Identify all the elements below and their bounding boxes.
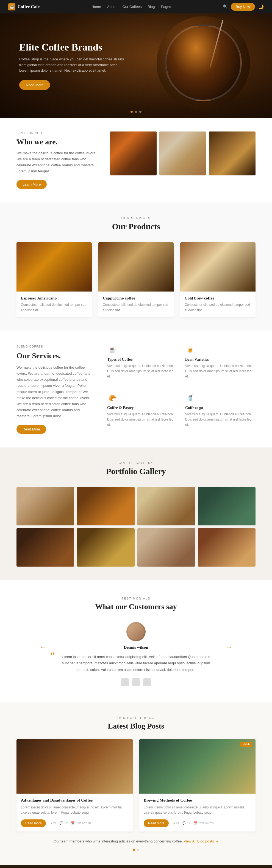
service-name-2: Bean Varieties [185, 358, 255, 362]
services-read-more-button[interactable]: Read More [17, 425, 46, 434]
products-section: OUR SERVICES Our Products Espresso Ameri… [0, 203, 272, 331]
who-images [110, 131, 255, 176]
products-label: OUR SERVICES [17, 216, 255, 220]
blog-date-2: 📅 02/11/2020 [194, 822, 213, 825]
facebook-icon[interactable]: f [121, 678, 129, 686]
who-section: BEST FOR YOU Who we are. We make the del… [0, 118, 272, 203]
gallery-section: COFFEE GALLERY Portfolio Gallery [0, 447, 272, 580]
product-desc-3: Consectetur elit, sed do eiusmod tempor … [185, 302, 251, 313]
hero-dot-2[interactable] [135, 111, 137, 113]
who-description: We make the delicious coffee for the cof… [17, 150, 99, 174]
testimonial-quote: " Lorem ipsum dolor sit amet consectetur… [54, 654, 218, 673]
nav-coffees[interactable]: Our Coffees [123, 5, 142, 9]
brand-name: Coffee Cafe [18, 4, 39, 9]
gallery-item-7[interactable] [138, 528, 195, 566]
nav-pages[interactable]: Pages [161, 5, 171, 9]
blog-bottom-text: Our team members who write interesting a… [17, 839, 255, 843]
footer: ☕ Coffee Cafe We make the delicious coff… [0, 865, 272, 868]
service-name-4: Coffe to go [185, 406, 255, 410]
learn-more-button[interactable]: Learn More [17, 180, 47, 189]
gallery-item-2[interactable] [77, 487, 134, 525]
theme-toggle-icon[interactable]: 🌙 [258, 4, 264, 9]
blog-image-2: FREE [139, 739, 255, 794]
blog-tag-2: FREE [240, 742, 252, 747]
blog-read-more-1[interactable]: Read more [21, 819, 46, 827]
service-item-4: 🥤 Coffe to go Vivamus a ligula quam. Ut … [185, 393, 255, 434]
gallery-item-6[interactable] [77, 528, 134, 566]
blog-likes-2: ♥ 24 [173, 822, 179, 825]
testimonial-avatar [126, 622, 146, 641]
blog-section: OUR COFFEE BLOG Latest Blog Posts Advant… [0, 703, 272, 864]
hero-description: Coffee Shop is the place where you can g… [19, 57, 129, 73]
testimonial-social: f t in [54, 678, 218, 686]
blog-comments-1: 💬 12 [60, 822, 68, 825]
services-section: BLEND COFFEE Our Services. We make the d… [0, 331, 272, 447]
blog-post-desc-1: Lorem ipsum dolor sit amet consectetur a… [21, 805, 128, 815]
hero-section: Elite Coffee Brands Coffee Shop is the p… [0, 13, 272, 118]
services-description: We make the delicious coffee for the cof… [17, 365, 93, 419]
service-desc-3: Vivamus a ligula quam. Ut blandit eu Nis… [107, 412, 178, 428]
twitter-icon[interactable]: t [132, 678, 140, 686]
bean-varieties-icon: 🍺 [185, 345, 195, 355]
coffee-pastry-icon: 🥐 [107, 393, 117, 403]
gallery-item-1[interactable] [17, 487, 74, 525]
who-image-3 [209, 131, 255, 176]
product-name-2: Cappuccino coffee [103, 296, 169, 301]
blog-info-1: Advantages and Disadvantages of Coffee L… [17, 794, 133, 831]
blog-meta-2: ♥ 24 💬 12 📅 02/11/2020 [173, 822, 213, 825]
search-icon[interactable]: 🔍 [223, 4, 228, 9]
who-image-1 [110, 131, 157, 176]
product-card-1: Espresso Americano Consectetur elit, sed… [17, 242, 92, 317]
gallery-item-5[interactable] [17, 528, 74, 566]
testimonial-prev-button[interactable]: ← [40, 644, 46, 651]
blog-post-title-1: Advantages and Disadvantages of Coffee [21, 798, 128, 803]
nav-blog[interactable]: Blog [148, 5, 155, 9]
nav-logo[interactable]: ☕ Coffee Cafe [8, 3, 39, 10]
service-desc-2: Vivamus a ligula quam. Ut blandit eu Nis… [185, 364, 255, 379]
blog-footer-1: Read more ♥ 24 💬 12 📅 02/11/2020 [21, 819, 128, 827]
product-card-2: Cappuccino coffee Consectetur elit, sed … [98, 242, 174, 317]
view-all-blog-link[interactable]: View All Blog posts → [184, 839, 218, 843]
testimonial-name: Dennis wilson [54, 645, 218, 650]
hero-read-more-button[interactable]: Read More [19, 80, 50, 90]
services-left: BLEND COFFEE Our Services. We make the d… [17, 345, 93, 434]
blog-dot-1[interactable] [133, 849, 135, 851]
products-grid: Espresso Americano Consectetur elit, sed… [17, 242, 255, 317]
who-image-2 [159, 131, 206, 176]
hero-dot-3[interactable] [139, 111, 142, 113]
service-item-3: 🥐 Coffee & Pastry Vivamus a ligula quam.… [107, 393, 178, 434]
nav-home[interactable]: Home [91, 5, 101, 9]
product-info-3: Cold brew coffee Consectetur elit, sed d… [180, 291, 255, 317]
products-title: Our Products [17, 222, 255, 231]
product-image-2 [98, 242, 174, 291]
buy-now-button[interactable]: Buy Now [231, 3, 255, 11]
who-label: BEST FOR YOU [17, 131, 99, 135]
nav-about[interactable]: About [107, 5, 117, 9]
product-card-3: Cold brew coffee Consectetur elit, sed d… [180, 242, 255, 317]
blog-meta-1: ♥ 24 💬 12 📅 02/11/2020 [50, 822, 91, 825]
blog-card-1: Advantages and Disadvantages of Coffee L… [17, 739, 133, 831]
navbar: ☕ Coffee Cafe Home About Our Coffees Blo… [0, 0, 272, 13]
service-item-1: ☕ Types of Coffee Vivamus a ligula quam.… [107, 345, 178, 385]
service-name-3: Coffee & Pastry [107, 406, 178, 410]
hero-dot-1[interactable] [130, 111, 133, 113]
testimonials-title: What our Customers say [17, 602, 255, 611]
service-desc-4: Vivamus a ligula quam. Ut blandit eu Nis… [185, 412, 255, 428]
blog-read-more-2[interactable]: Read more [144, 819, 169, 827]
gallery-item-3[interactable] [138, 487, 195, 525]
testimonials-section: TESTIMONIALS What our Customers say ← → … [0, 580, 272, 703]
coffee-types-icon: ☕ [107, 345, 117, 355]
blog-card-2: FREE Brewing Methods of Coffee Lorem ips… [139, 739, 255, 831]
blog-dot-2[interactable] [137, 849, 139, 851]
hero-content: Elite Coffee Brands Coffee Shop is the p… [19, 41, 129, 90]
blog-title: Latest Blog Posts [17, 722, 255, 731]
gallery-item-8[interactable] [198, 528, 255, 566]
product-info-1: Espresso Americano Consectetur elit, sed… [17, 291, 92, 317]
blog-footer-2: Read more ♥ 24 💬 12 📅 02/11/2020 [144, 819, 251, 827]
gallery-item-4[interactable] [198, 487, 255, 525]
blog-label: OUR COFFEE BLOG [17, 716, 255, 719]
instagram-icon[interactable]: in [143, 678, 151, 686]
blog-image-1 [17, 739, 133, 794]
services-title: Our Services. [17, 351, 93, 361]
testimonial-next-button[interactable]: → [226, 644, 232, 651]
